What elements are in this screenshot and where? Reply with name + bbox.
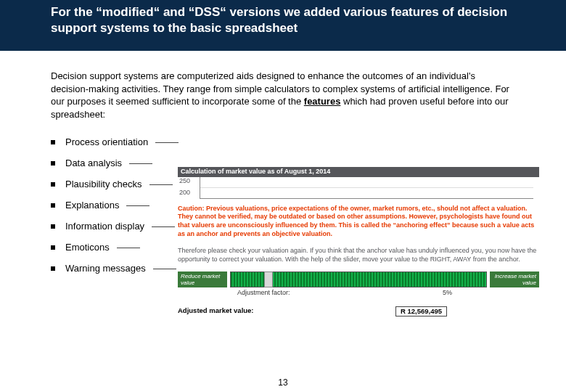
adjustment-factor-row: Adjustment factor: 5% [178, 289, 539, 298]
list-item-label: Plausibility checks [65, 179, 142, 189]
connector-line [129, 158, 152, 164]
connector-line [152, 221, 175, 227]
bullet-icon [51, 182, 55, 187]
adjustment-slider[interactable] [230, 271, 487, 287]
slide-title: For the “modified“ and “DSS“ versions we… [51, 4, 515, 36]
y-tick-bottom: 200 [179, 189, 190, 197]
caution-text: Caution: Previous valuations, price expe… [178, 205, 539, 239]
bullet-icon [51, 140, 55, 144]
reduce-button[interactable]: Reduce market value [178, 271, 227, 287]
adjustment-factor-label: Adjustment factor: [237, 289, 443, 298]
chart-title-bar: Calculation of market value as of August… [178, 167, 539, 177]
features-keyword: features [304, 96, 341, 107]
spreadsheet-preview: Calculation of market value as of August… [178, 167, 548, 317]
list-item-label: Explanations [65, 200, 119, 211]
bullet-icon [51, 245, 55, 250]
connector-line [155, 136, 179, 143]
slider-row: Reduce market value Increase market valu… [178, 271, 539, 287]
list-item: Process orientiation [51, 134, 515, 155]
title-band: For the “modified“ and “DSS“ versions we… [0, 0, 566, 51]
chart-area: 250 200 [178, 177, 539, 200]
list-item-label: Process orientiation [65, 136, 148, 147]
page-number: 13 [0, 377, 566, 388]
list-item-label: Warning messages [65, 263, 146, 274]
list-item-label: Data analysis [65, 158, 122, 168]
slider-thumb[interactable] [264, 271, 273, 287]
connector-line [126, 200, 149, 206]
bullet-icon [51, 224, 55, 229]
adjusted-value-box: R 12,569,495 [395, 306, 447, 317]
connector-line [117, 242, 140, 248]
adjusted-value-row: Adjusted market value: R 12,569,495 [178, 306, 539, 317]
chart-frame [200, 177, 533, 199]
adjusted-value-label: Adjusted market value: [178, 306, 395, 317]
instruction-text: Therefore please check your valuation ag… [178, 247, 539, 264]
bullet-icon [51, 161, 55, 166]
adjustment-factor-value: 5% [443, 289, 452, 298]
increase-button[interactable]: Increase market value [490, 271, 539, 287]
list-item-label: Information display [65, 221, 144, 232]
connector-line [153, 263, 176, 269]
bullet-icon [51, 203, 55, 208]
y-tick-top: 250 [179, 177, 190, 186]
connector-line [149, 179, 173, 185]
intro-paragraph: Decision support systems are computerize… [51, 70, 515, 121]
list-item-label: Emoticons [65, 242, 110, 253]
bullet-icon [51, 266, 55, 271]
